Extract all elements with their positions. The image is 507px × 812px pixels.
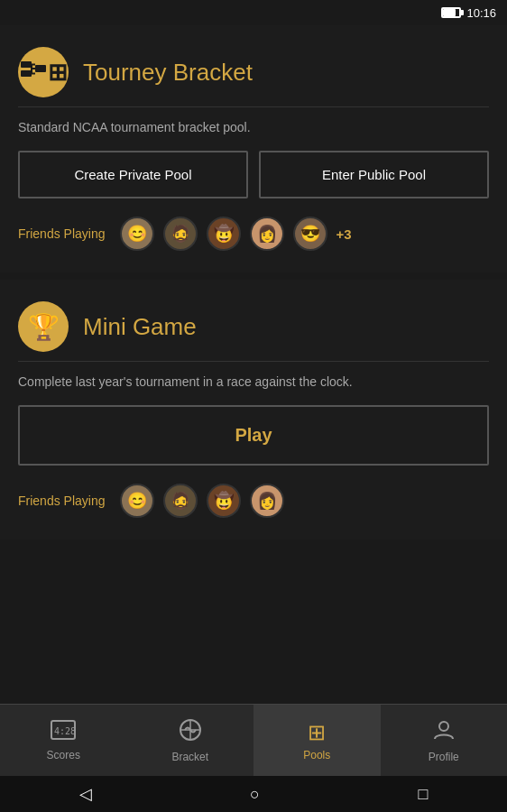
friend-avatar-4: 👩 xyxy=(250,217,284,251)
main-scroll-area: ⊞ Tourney Bracket Standard NCAA tourname… xyxy=(0,25,507,704)
friend-avatar-2: 🧔 xyxy=(163,217,198,251)
mini-game-title: Mini Game xyxy=(83,313,197,341)
mini-game-friends-label: Friends Playing xyxy=(18,494,106,508)
play-button[interactable]: Play xyxy=(18,405,489,466)
profile-label: Profile xyxy=(429,751,459,763)
pools-icon: ⊞ xyxy=(308,720,326,745)
bottom-nav: 4:28 Scores Bracket ⊞ Pools xyxy=(0,704,507,776)
nav-item-scores[interactable]: 4:28 Scores xyxy=(0,705,127,776)
mini-game-description: Complete last year's tournament in a rac… xyxy=(18,374,489,389)
status-time: 10:16 xyxy=(466,6,496,20)
enter-public-pool-button[interactable]: Enter Public Pool xyxy=(259,151,489,198)
mini-game-divider xyxy=(18,361,489,362)
mini-game-header: 🏆 Mini Game xyxy=(18,301,489,352)
tourney-friends-more: +3 xyxy=(336,226,352,242)
android-home-button[interactable]: ○ xyxy=(250,785,260,804)
mini-game-friends-row: Friends Playing 😊 🧔 🤠 👩 xyxy=(18,484,489,518)
android-nav-bar: ◁ ○ □ xyxy=(0,776,507,812)
mini-game-icon: 🏆 xyxy=(18,301,69,352)
bracket-nav-icon xyxy=(179,718,202,747)
tourney-bracket-header: ⊞ Tourney Bracket xyxy=(18,47,489,97)
nav-item-profile[interactable]: Profile xyxy=(381,705,508,776)
friend-avatar-3: 🤠 xyxy=(207,217,241,251)
tourney-bracket-divider xyxy=(18,106,489,107)
profile-icon xyxy=(432,718,456,747)
tourney-bracket-buttons: Create Private Pool Enter Public Pool xyxy=(18,151,489,198)
svg-rect-1 xyxy=(21,70,32,77)
tourney-friends-row: Friends Playing 😊 🧔 🤠 👩 😎 +3 xyxy=(18,217,489,251)
mini-game-card: 🏆 Mini Game Complete last year's tournam… xyxy=(0,280,507,540)
status-bar: 10:16 xyxy=(0,0,507,25)
battery-icon xyxy=(441,7,461,18)
mini-friend-avatar-1: 😊 xyxy=(120,484,154,518)
android-back-button[interactable]: ◁ xyxy=(79,784,92,804)
nav-item-pools[interactable]: ⊞ Pools xyxy=(254,705,381,776)
svg-text:4:28: 4:28 xyxy=(54,726,76,736)
tourney-bracket-icon: ⊞ xyxy=(18,47,69,97)
tourney-bracket-title: Tourney Bracket xyxy=(83,59,253,87)
nav-item-bracket[interactable]: Bracket xyxy=(127,705,254,776)
mini-friend-avatar-3: 🤠 xyxy=(207,484,241,518)
create-private-pool-button[interactable]: Create Private Pool xyxy=(18,151,248,198)
pools-label: Pools xyxy=(303,749,330,761)
scores-icon: 4:28 xyxy=(51,720,76,745)
android-recent-button[interactable]: □ xyxy=(418,785,428,804)
tourney-friends-label: Friends Playing xyxy=(18,226,106,241)
friend-avatar-1: 😊 xyxy=(120,217,154,251)
scores-label: Scores xyxy=(47,749,80,761)
tourney-bracket-card: ⊞ Tourney Bracket Standard NCAA tourname… xyxy=(0,25,507,272)
mini-friend-avatar-2: 🧔 xyxy=(163,484,198,518)
bracket-nav-label: Bracket xyxy=(171,751,208,763)
friend-avatar-5: 😎 xyxy=(293,217,327,251)
mini-friend-avatar-4: 👩 xyxy=(250,484,284,518)
svg-point-13 xyxy=(439,722,448,731)
tourney-bracket-description: Standard NCAA tournament bracket pool. xyxy=(18,120,489,134)
svg-rect-2 xyxy=(35,65,46,72)
